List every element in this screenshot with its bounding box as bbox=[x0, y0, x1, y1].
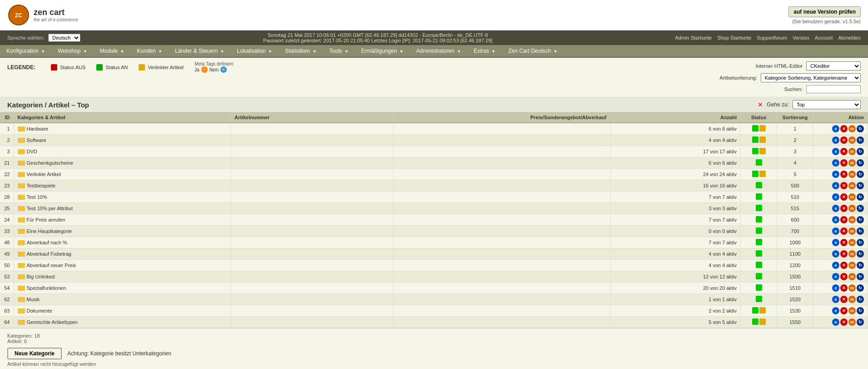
action-toggle-button[interactable]: ↻ bbox=[857, 239, 864, 246]
action-move-button[interactable]: m bbox=[848, 136, 856, 144]
nav-administratoren[interactable]: Administratoren ▼ bbox=[410, 45, 467, 57]
action-toggle-button[interactable]: ↻ bbox=[857, 250, 864, 258]
action-move-button[interactable]: m bbox=[848, 239, 856, 246]
goto-select[interactable]: Top bbox=[793, 100, 861, 109]
action-edit-button[interactable]: e bbox=[832, 284, 839, 292]
version-check-button[interactable]: auf neue Version prüfen bbox=[788, 6, 861, 17]
nav-ermaessigungen[interactable]: Ermäßigungen ▼ bbox=[355, 45, 410, 57]
action-toggle-button[interactable]: ↻ bbox=[857, 307, 864, 314]
nav-webshop[interactable]: Webshop ▼ bbox=[51, 45, 94, 57]
action-delete-button[interactable]: ✕ bbox=[840, 227, 848, 235]
action-move-button[interactable]: m bbox=[848, 171, 856, 178]
action-edit-button[interactable]: e bbox=[832, 159, 839, 167]
action-delete-button[interactable]: ✕ bbox=[840, 125, 848, 132]
action-move-button[interactable]: m bbox=[848, 216, 856, 223]
action-edit-button[interactable]: e bbox=[832, 318, 839, 326]
action-delete-button[interactable]: ✕ bbox=[840, 239, 848, 246]
action-move-button[interactable]: m bbox=[848, 307, 856, 314]
action-delete-button[interactable]: ✕ bbox=[840, 216, 848, 223]
action-edit-button[interactable]: e bbox=[832, 171, 839, 178]
action-move-button[interactable]: m bbox=[848, 250, 856, 258]
action-edit-button[interactable]: e bbox=[832, 148, 839, 155]
action-edit-button[interactable]: e bbox=[832, 193, 839, 201]
action-move-button[interactable]: m bbox=[848, 148, 856, 155]
nav-module[interactable]: Module ▼ bbox=[94, 45, 131, 57]
nav-tools[interactable]: Tools ▼ bbox=[323, 45, 355, 57]
action-delete-button[interactable]: ✕ bbox=[840, 205, 848, 212]
action-move-button[interactable]: m bbox=[848, 318, 856, 326]
action-delete-button[interactable]: ✕ bbox=[840, 284, 848, 292]
action-delete-button[interactable]: ✕ bbox=[840, 273, 848, 280]
action-toggle-button[interactable]: ↻ bbox=[857, 193, 864, 201]
action-delete-button[interactable]: ✕ bbox=[840, 262, 848, 269]
neue-kategorie-button[interactable]: Neue Kategorie bbox=[7, 348, 62, 359]
nav-kunden[interactable]: Kunden ▼ bbox=[130, 45, 169, 57]
action-edit-button[interactable]: e bbox=[832, 227, 839, 235]
action-delete-button[interactable]: ✕ bbox=[840, 193, 848, 201]
action-toggle-button[interactable]: ↻ bbox=[857, 171, 864, 178]
action-toggle-button[interactable]: ↻ bbox=[857, 318, 864, 326]
sort-select[interactable]: Kategorie Sortierung, Kategoriename bbox=[761, 73, 861, 82]
nav-admin-startseite[interactable]: Admin Startseite bbox=[675, 35, 712, 40]
action-move-button[interactable]: m bbox=[848, 296, 856, 303]
action-toggle-button[interactable]: ↻ bbox=[857, 284, 864, 292]
meta-yes-icon: ✓ bbox=[201, 66, 208, 73]
action-delete-button[interactable]: ✕ bbox=[840, 136, 848, 144]
nav-laender-steuern[interactable]: Länder & Steuern ▼ bbox=[169, 45, 230, 57]
search-input[interactable] bbox=[806, 85, 861, 93]
nav-zen-cart-deutsch[interactable]: Zen Cart Deutsch ▼ bbox=[502, 45, 564, 57]
action-move-button[interactable]: m bbox=[848, 193, 856, 201]
action-edit-button[interactable]: e bbox=[832, 205, 839, 212]
action-delete-button[interactable]: ✕ bbox=[840, 159, 848, 167]
action-edit-button[interactable]: e bbox=[832, 182, 839, 189]
action-toggle-button[interactable]: ↻ bbox=[857, 148, 864, 155]
action-delete-button[interactable]: ✕ bbox=[840, 182, 848, 189]
action-delete-button[interactable]: ✕ bbox=[840, 307, 848, 314]
action-delete-button[interactable]: ✕ bbox=[840, 318, 848, 326]
action-move-button[interactable]: m bbox=[848, 273, 856, 280]
nav-account[interactable]: Account bbox=[815, 35, 833, 40]
action-toggle-button[interactable]: ↻ bbox=[857, 125, 864, 132]
nav-version[interactable]: Version bbox=[793, 35, 809, 40]
action-delete-button[interactable]: ✕ bbox=[840, 171, 848, 178]
nav-statistiken[interactable]: Statistiken ▼ bbox=[279, 45, 323, 57]
action-edit-button[interactable]: e bbox=[832, 273, 839, 280]
action-toggle-button[interactable]: ↻ bbox=[857, 216, 864, 223]
action-edit-button[interactable]: e bbox=[832, 250, 839, 258]
action-toggle-button[interactable]: ↻ bbox=[857, 159, 864, 167]
action-move-button[interactable]: m bbox=[848, 262, 856, 269]
action-toggle-button[interactable]: ↻ bbox=[857, 227, 864, 235]
action-move-button[interactable]: m bbox=[848, 284, 856, 292]
action-edit-button[interactable]: e bbox=[832, 125, 839, 132]
action-delete-button[interactable]: ✕ bbox=[840, 296, 848, 303]
nav-konfiguration[interactable]: Konfiguration ▼ bbox=[0, 45, 51, 57]
nav-lokalisation[interactable]: Lokalisation ▼ bbox=[230, 45, 279, 57]
html-editor-select[interactable]: CKeditor bbox=[806, 61, 861, 71]
clear-button[interactable]: ✕ bbox=[758, 101, 763, 108]
action-edit-button[interactable]: e bbox=[832, 239, 839, 246]
action-toggle-button[interactable]: ↻ bbox=[857, 262, 864, 269]
action-delete-button[interactable]: ✕ bbox=[840, 250, 848, 258]
action-move-button[interactable]: m bbox=[848, 227, 856, 235]
status-yellow-dot bbox=[759, 136, 766, 143]
action-edit-button[interactable]: e bbox=[832, 262, 839, 269]
action-edit-button[interactable]: e bbox=[832, 296, 839, 303]
nav-extras[interactable]: Extras ▼ bbox=[467, 45, 502, 57]
action-delete-button[interactable]: ✕ bbox=[840, 148, 848, 155]
action-edit-button[interactable]: e bbox=[832, 307, 839, 314]
action-move-button[interactable]: m bbox=[848, 125, 856, 132]
nav-abmelden[interactable]: Abmelden bbox=[838, 35, 861, 40]
action-toggle-button[interactable]: ↻ bbox=[857, 205, 864, 212]
action-edit-button[interactable]: e bbox=[832, 216, 839, 223]
action-toggle-button[interactable]: ↻ bbox=[857, 296, 864, 303]
language-select[interactable]: Deutsch bbox=[48, 34, 80, 42]
nav-shop-startseite[interactable]: Shop Startseite bbox=[717, 35, 751, 40]
action-toggle-button[interactable]: ↻ bbox=[857, 136, 864, 144]
action-move-button[interactable]: m bbox=[848, 182, 856, 189]
nav-supportforum[interactable]: Supportforum bbox=[757, 35, 787, 40]
action-edit-button[interactable]: e bbox=[832, 136, 839, 144]
action-toggle-button[interactable]: ↻ bbox=[857, 182, 864, 189]
action-move-button[interactable]: m bbox=[848, 159, 856, 167]
action-move-button[interactable]: m bbox=[848, 205, 856, 212]
action-toggle-button[interactable]: ↻ bbox=[857, 273, 864, 280]
